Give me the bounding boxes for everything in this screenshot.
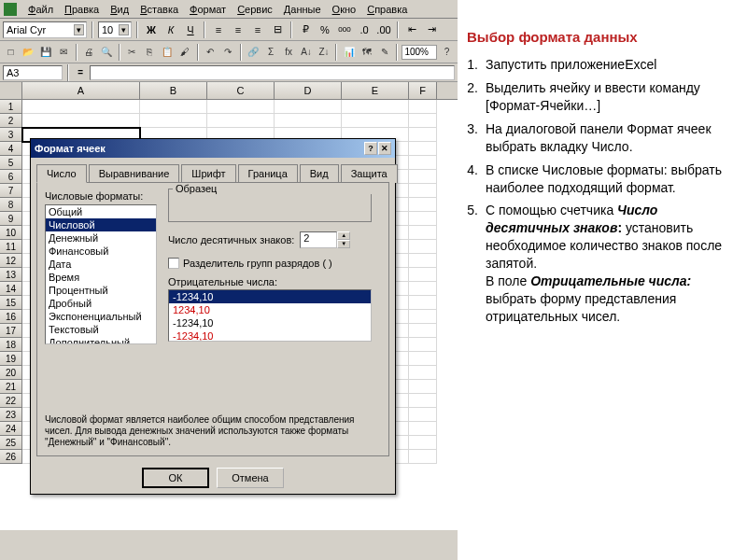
merge-button[interactable]: ⊟ [269, 21, 286, 38]
sort-asc-button[interactable]: A↓ [299, 43, 315, 62]
dialog-titlebar[interactable]: Формат ячеек ? ✕ [31, 139, 395, 158]
format-item[interactable]: Процентный [46, 284, 156, 297]
decimal-input[interactable]: 2 [300, 231, 337, 248]
row-header-22[interactable]: 22 [0, 394, 22, 408]
col-header-F[interactable]: F [409, 82, 437, 99]
row-header-3[interactable]: 3 [0, 128, 22, 142]
negative-item[interactable]: 1234,10 [169, 303, 371, 316]
row-header-17[interactable]: 17 [0, 324, 22, 338]
row-header-15[interactable]: 15 [0, 296, 22, 310]
align-left-button[interactable]: ≡ [210, 21, 227, 38]
row-header-9[interactable]: 9 [0, 212, 22, 226]
cancel-button[interactable]: Отмена [217, 468, 284, 488]
redo-button[interactable]: ↷ [220, 43, 236, 62]
open-button[interactable]: 📂 [21, 43, 36, 62]
size-combo[interactable]: 10 [98, 21, 132, 38]
help-button[interactable]: ? [439, 43, 455, 62]
name-box[interactable]: A3 [3, 65, 63, 80]
cut-button[interactable]: ✂ [124, 43, 140, 62]
currency-button[interactable]: ₽ [297, 21, 314, 38]
row-header-23[interactable]: 23 [0, 408, 22, 422]
row-header-8[interactable]: 8 [0, 198, 22, 212]
col-header-C[interactable]: C [207, 82, 275, 99]
row-header-11[interactable]: 11 [0, 240, 22, 254]
formula-input[interactable] [90, 65, 455, 80]
row-header-13[interactable]: 13 [0, 268, 22, 282]
menu-правка[interactable]: Правка [59, 2, 105, 17]
undo-button[interactable]: ↶ [203, 43, 218, 62]
negative-item[interactable]: -1234,10 [169, 329, 371, 342]
percent-button[interactable]: % [317, 21, 333, 38]
align-center-button[interactable]: ≡ [230, 21, 247, 38]
decimal-spinner[interactable]: 2 ▲ ▼ [300, 231, 350, 248]
row-header-6[interactable]: 6 [0, 170, 22, 184]
row-header-25[interactable]: 25 [0, 436, 22, 450]
italic-button[interactable]: К [162, 21, 179, 38]
spin-up-icon[interactable]: ▲ [337, 231, 350, 240]
col-header-E[interactable]: E [342, 82, 409, 99]
row-header-2[interactable]: 2 [0, 114, 22, 128]
row-header-7[interactable]: 7 [0, 184, 22, 198]
format-item[interactable]: Дополнительный [46, 336, 156, 344]
spin-down-icon[interactable]: ▼ [337, 240, 350, 248]
inc-decimal-button[interactable]: .0 [356, 21, 373, 38]
row-header-24[interactable]: 24 [0, 422, 22, 436]
hyperlink-button[interactable]: 🔗 [246, 43, 261, 62]
function-button[interactable]: fx [281, 43, 297, 62]
row-header-5[interactable]: 5 [0, 156, 22, 170]
col-header-A[interactable]: A [22, 82, 140, 99]
indent-inc-button[interactable]: ⇥ [423, 21, 440, 38]
format-item[interactable]: Общий [46, 205, 156, 218]
menu-данные[interactable]: Данные [278, 2, 327, 17]
autosum-button[interactable]: Σ [263, 43, 279, 62]
menu-вставка[interactable]: Вставка [134, 2, 184, 17]
map-button[interactable]: 🗺 [359, 43, 374, 62]
paste-button[interactable]: 📋 [160, 43, 176, 62]
row-header-20[interactable]: 20 [0, 366, 22, 380]
negative-item[interactable]: -1234,10 [169, 316, 371, 329]
row-header-1[interactable]: 1 [0, 100, 22, 114]
print-button[interactable]: 🖨 [81, 43, 97, 62]
font-combo[interactable]: Arial Cyr [3, 21, 87, 38]
format-item[interactable]: Экспоненциальный [46, 310, 156, 323]
number-formats-list[interactable]: ОбщийЧисловойДенежныйФинансовыйДатаВремя… [45, 204, 157, 344]
menu-окно[interactable]: Окно [327, 2, 362, 17]
tab-0[interactable]: Число [36, 164, 87, 183]
format-item[interactable]: Время [46, 271, 156, 284]
row-header-16[interactable]: 16 [0, 310, 22, 324]
menu-формат[interactable]: Формат [184, 2, 232, 17]
chart-button[interactable]: 📊 [341, 43, 357, 62]
thousands-separator-checkbox[interactable] [168, 258, 179, 269]
select-all-corner[interactable] [0, 82, 22, 99]
col-header-B[interactable]: B [140, 82, 207, 99]
drawing-button[interactable]: ✎ [376, 43, 392, 62]
close-icon[interactable]: ✕ [378, 142, 391, 155]
menu-вид[interactable]: Вид [105, 2, 134, 17]
row-header-18[interactable]: 18 [0, 338, 22, 352]
row-header-4[interactable]: 4 [0, 142, 22, 156]
row-header-26[interactable]: 26 [0, 450, 22, 464]
format-item[interactable]: Дробный [46, 297, 156, 310]
format-painter-button[interactable]: 🖌 [177, 43, 193, 62]
format-item[interactable]: Финансовый [46, 245, 156, 258]
format-item[interactable]: Денежный [46, 231, 156, 245]
dec-decimal-button[interactable]: .00 [375, 21, 392, 38]
zoom-combo[interactable]: 100% [402, 45, 437, 60]
help-icon[interactable]: ? [364, 142, 377, 155]
tab-5[interactable]: Защита [341, 164, 398, 183]
copy-button[interactable]: ⎘ [142, 43, 158, 62]
save-button[interactable]: 💾 [38, 43, 54, 62]
mail-button[interactable]: ✉ [56, 43, 72, 62]
underline-button[interactable]: Ч [182, 21, 199, 38]
menu-сервис[interactable]: Сервис [232, 2, 278, 17]
row-header-19[interactable]: 19 [0, 352, 22, 366]
menu-файл[interactable]: Файл [22, 2, 59, 17]
format-item[interactable]: Числовой [46, 218, 156, 231]
preview-button[interactable]: 🔍 [99, 43, 115, 62]
indent-dec-button[interactable]: ⇤ [403, 21, 420, 38]
row-header-10[interactable]: 10 [0, 226, 22, 240]
tab-3[interactable]: Граница [238, 164, 298, 183]
negative-numbers-list[interactable]: -1234,101234,10-1234,10-1234,10 [168, 289, 372, 342]
ok-button[interactable]: ОК [142, 468, 209, 488]
col-header-D[interactable]: D [275, 82, 342, 99]
